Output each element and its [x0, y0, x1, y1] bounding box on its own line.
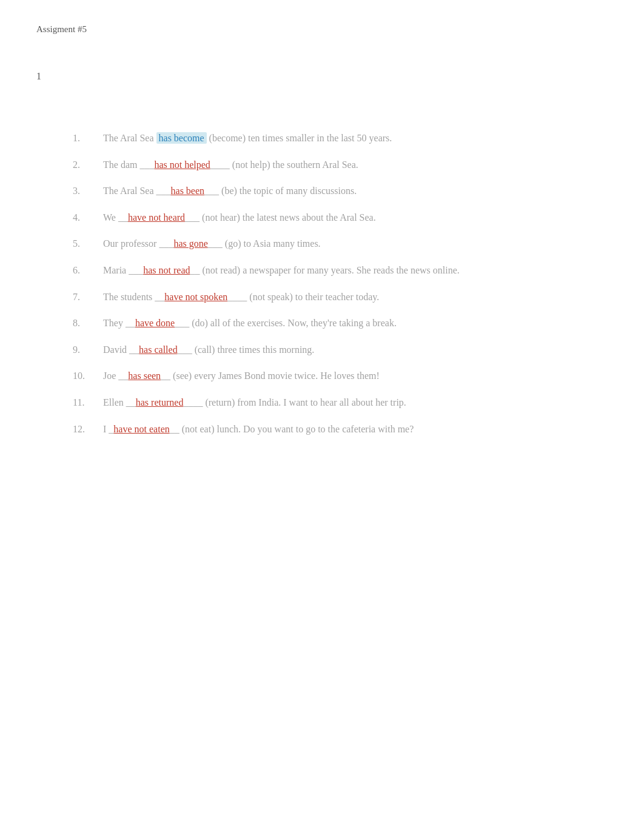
item-content: The dam ___has not helped____ (not help)… [103, 157, 608, 173]
answer-3: has been [171, 186, 205, 196]
item-content: Ellen __has returned____ (return) from I… [103, 395, 608, 411]
answer-4: have not heard [128, 212, 185, 223]
exercise-item-8: 8.They __have done___ (do) all of the ex… [73, 315, 608, 331]
item-content: We __have not heard___ (not hear) the la… [103, 210, 608, 226]
exercise-item-1: 1.The Aral Sea has become (become) ten t… [73, 130, 608, 146]
item-content: The Aral Sea ___has been___ (be) the top… [103, 183, 608, 199]
exercise-item-7: 7.The students __have not spoken____ (no… [73, 289, 608, 305]
item-content: Maria ___has not read__ (not read) a new… [103, 263, 608, 278]
answer-12: have not eaten [113, 424, 169, 434]
item-number: 8. [73, 315, 103, 331]
exercise-item-6: 6.Maria ___has not read__ (not read) a n… [73, 263, 608, 278]
page-header: Assigment #5 [36, 24, 608, 35]
item-content: The Aral Sea has become (become) ten tim… [103, 130, 608, 146]
exercise-item-5: 5.Our professor ___has gone___ (go) to A… [73, 236, 608, 252]
item-content: I _have not eaten__ (not eat) lunch. Do … [103, 421, 608, 437]
item-content: They __have done___ (do) all of the exer… [103, 315, 608, 331]
exercise-list: 1.The Aral Sea has become (become) ten t… [73, 130, 608, 437]
item-number: 11. [73, 395, 103, 411]
item-number: 6. [73, 263, 103, 278]
item-number: 1. [73, 130, 103, 146]
assignment-title: Assigment #5 [36, 24, 608, 35]
item-content: The students __have not spoken____ (not … [103, 289, 608, 305]
item-number: 7. [73, 289, 103, 305]
answer-10: has seen [128, 371, 161, 381]
answer-9: has called [139, 344, 178, 355]
exercise-item-4: 4.We __have not heard___ (not hear) the … [73, 210, 608, 226]
item-number: 2. [73, 157, 103, 173]
exercise-item-2: 2.The dam ___has not helped____ (not hel… [73, 157, 608, 173]
exercise-item-11: 11.Ellen __has returned____ (return) fro… [73, 395, 608, 411]
item-content: David __has called___ (call) three times… [103, 342, 608, 358]
item-number: 5. [73, 236, 103, 252]
item-number: 3. [73, 183, 103, 199]
page-number: 1 [36, 71, 608, 82]
item-number: 9. [73, 342, 103, 358]
answer-11: has returned [136, 397, 184, 407]
answer-1: has become [156, 132, 207, 144]
item-content: Joe __has seen__ (see) every James Bond … [103, 368, 608, 384]
exercise-item-10: 10.Joe __has seen__ (see) every James Bo… [73, 368, 608, 384]
exercise-item-12: 12.I _have not eaten__ (not eat) lunch. … [73, 421, 608, 437]
answer-6: has not read [143, 265, 190, 275]
exercise-item-9: 9.David __has called___ (call) three tim… [73, 342, 608, 358]
answer-5: has gone [173, 238, 207, 249]
answer-8: have done [135, 318, 175, 328]
item-number: 10. [73, 368, 103, 384]
item-content: Our professor ___has gone___ (go) to Asi… [103, 236, 608, 252]
answer-2: has not helped [154, 159, 210, 170]
answer-7: have not spoken [164, 292, 227, 302]
exercise-item-3: 3.The Aral Sea ___has been___ (be) the t… [73, 183, 608, 199]
item-number: 4. [73, 210, 103, 226]
item-number: 12. [73, 421, 103, 437]
